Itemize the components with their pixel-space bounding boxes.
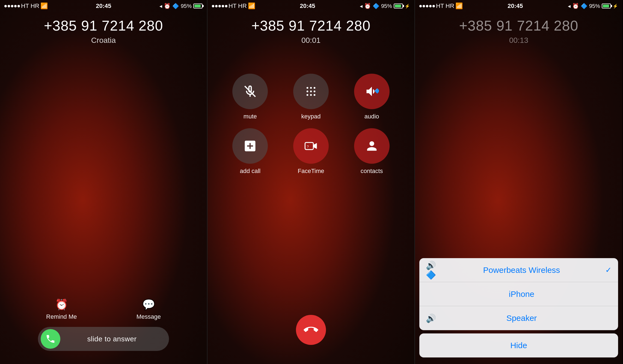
status-left-2: HT HR 📶 <box>212 2 255 10</box>
mute-label: mute <box>244 113 257 120</box>
call-duration-3: 00:13 <box>415 36 622 45</box>
status-bar-3: HT HR 📶 20:45 ◂ ⏰ 🔷 95% ⚡ <box>415 0 622 12</box>
carrier-name-2: HT HR <box>229 2 247 10</box>
svg-rect-11 <box>305 142 313 150</box>
charging-icon: ⚡ <box>405 4 410 9</box>
phone-number-2: +385 91 7214 280 <box>207 17 414 34</box>
message-icon: 💬 <box>142 299 155 311</box>
status-bar-1: HT HR 📶 20:45 ◂ ⏰ 🔷 95% <box>0 0 207 12</box>
background-blur-2 <box>207 0 414 364</box>
phone-number-3: +385 91 7214 280 <box>415 17 622 34</box>
keypad-circle <box>293 74 329 109</box>
slide-to-answer-button[interactable]: slide to answer <box>38 327 169 351</box>
facetime-button[interactable]: ? FaceTime <box>285 128 337 175</box>
slide-text: slide to answer <box>60 335 166 343</box>
battery-fill-1 <box>194 5 201 7</box>
mute-circle <box>232 74 268 109</box>
powerbeats-option[interactable]: 🔊🔷 Powerbeats Wireless ✓ <box>419 258 618 282</box>
facetime-icon: ? <box>304 139 318 153</box>
alarm-icon-1: ⏰ <box>164 3 171 9</box>
speaker-label: Speaker <box>438 314 605 323</box>
contacts-label: contacts <box>361 168 383 175</box>
remind-me-button[interactable]: ⏰ Remind Me <box>46 299 77 320</box>
svg-point-4 <box>307 91 308 93</box>
keypad-label: keypad <box>301 113 321 120</box>
wifi-icon-3: 📶 <box>455 2 463 10</box>
signal-dots-3 <box>419 5 435 7</box>
audio-options-list: 🔊🔷 Powerbeats Wireless ✓ iPhone ✓ 🔊 Spea… <box>419 258 618 330</box>
battery-percent-3: 95% <box>589 3 600 9</box>
add-call-button[interactable]: add call <box>224 128 277 175</box>
incoming-actions: ⏰ Remind Me 💬 Message <box>0 299 207 320</box>
location-icon-2: ◂ <box>360 3 363 9</box>
wifi-icon-1: 📶 <box>40 2 48 10</box>
keypad-button[interactable]: keypad <box>285 74 337 120</box>
svg-point-1 <box>307 87 308 89</box>
contacts-button[interactable]: contacts <box>345 128 398 175</box>
screen-audio-selection: HT HR 📶 20:45 ◂ ⏰ 🔷 95% ⚡ +385 91 7214 2… <box>415 0 622 364</box>
remind-me-label: Remind Me <box>46 313 77 320</box>
signal-dots-2 <box>212 5 227 7</box>
battery-fill-3 <box>603 5 609 7</box>
alarm-icon-2: ⏰ <box>364 3 371 9</box>
end-call-button[interactable] <box>296 315 326 345</box>
alarm-icon-3: ⏰ <box>572 3 579 9</box>
svg-point-8 <box>310 94 312 96</box>
location-icon-1: ◂ <box>159 3 162 9</box>
add-call-label: add call <box>240 168 260 175</box>
facetime-circle: ? <box>293 128 329 164</box>
message-button[interactable]: 💬 Message <box>137 299 161 320</box>
battery-bar-1 <box>193 4 203 8</box>
signal-dots <box>4 5 20 7</box>
audio-icon: 🔷 <box>365 84 379 99</box>
iphone-label: iPhone <box>438 290 605 299</box>
time-2: 20:45 <box>300 2 315 10</box>
svg-marker-13 <box>313 143 317 149</box>
audio-label: audio <box>364 113 379 120</box>
status-right-2: ◂ ⏰ 🔷 95% ⚡ <box>360 3 410 9</box>
powerbeats-audio-icon: 🔊🔷 <box>426 261 438 280</box>
svg-text:?: ? <box>307 145 309 149</box>
charging-icon-3: ⚡ <box>613 4 618 9</box>
carrier-name-1: HT HR <box>21 2 39 10</box>
keypad-icon <box>304 84 318 99</box>
audio-button[interactable]: 🔷 audio <box>345 74 398 120</box>
audio-circle: 🔷 <box>354 74 390 109</box>
carrier-name-3: HT HR <box>436 2 454 10</box>
screen-incoming-call: HT HR 📶 20:45 ◂ ⏰ 🔷 95% +385 91 7214 280… <box>0 0 207 364</box>
mute-icon <box>243 84 257 99</box>
speaker-audio-icon: 🔊 <box>426 314 438 323</box>
svg-point-9 <box>314 94 316 96</box>
status-left-1: HT HR 📶 <box>4 2 48 10</box>
svg-text:🔷: 🔷 <box>374 88 379 94</box>
call-location: Croatia <box>0 36 207 45</box>
answer-phone-icon <box>41 329 60 349</box>
phone-svg <box>45 334 56 344</box>
audio-panel: 🔊🔷 Powerbeats Wireless ✓ iPhone ✓ 🔊 Spea… <box>415 258 622 364</box>
speaker-option[interactable]: 🔊 Speaker ✓ <box>419 306 618 330</box>
svg-point-7 <box>307 94 308 96</box>
facetime-label: FaceTime <box>298 168 324 175</box>
bluetooth-icon-2: 🔷 <box>373 3 379 9</box>
remind-me-icon: ⏰ <box>55 299 68 311</box>
status-right-1: ◂ ⏰ 🔷 95% <box>159 3 203 9</box>
status-right-3: ◂ ⏰ 🔷 95% ⚡ <box>568 3 618 9</box>
powerbeats-label: Powerbeats Wireless <box>438 265 605 275</box>
powerbeats-check: ✓ <box>605 265 612 275</box>
add-call-circle <box>232 128 268 164</box>
iphone-option[interactable]: iPhone ✓ <box>419 282 618 306</box>
screen-active-call: HT HR 📶 20:45 ◂ ⏰ 🔷 95% ⚡ +385 91 7214 2… <box>207 0 415 364</box>
svg-point-3 <box>314 87 316 89</box>
call-duration-2: 00:01 <box>207 36 414 45</box>
battery-percent-2: 95% <box>381 3 392 9</box>
status-left-3: HT HR 📶 <box>419 2 463 10</box>
add-call-icon <box>243 139 257 153</box>
mute-button[interactable]: mute <box>224 74 277 120</box>
message-label: Message <box>137 313 161 320</box>
wifi-icon-2: 📶 <box>248 2 255 10</box>
svg-point-2 <box>310 87 312 89</box>
hide-label: Hide <box>510 341 527 350</box>
battery-bar-3 <box>602 4 611 8</box>
hide-button[interactable]: Hide <box>419 333 618 357</box>
call-buttons-grid: mute keypad <box>207 74 414 175</box>
